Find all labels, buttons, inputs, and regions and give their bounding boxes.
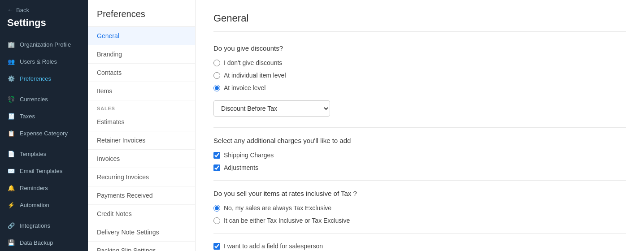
org-profile-icon: 🏢 xyxy=(7,40,15,48)
discount-section: Do you give discounts? I don't give disc… xyxy=(213,44,626,118)
email-templates-icon: ✉️ xyxy=(7,167,15,175)
sidebar-item-expense-category[interactable]: 📋 Expense Category xyxy=(0,125,88,142)
sidebar-item-taxes[interactable]: 🧾 Taxes xyxy=(0,108,88,125)
checkbox-adjustments-label: Adjustments xyxy=(224,164,258,171)
templates-icon: 📄 xyxy=(7,150,15,158)
radio-tax-either-label: It can be either Tax Inclusive or Tax Ex… xyxy=(224,217,350,224)
automation-icon: ⚡ xyxy=(7,201,15,209)
users-roles-icon: 👥 xyxy=(7,57,15,65)
radio-no-discount-label: I don't give discounts xyxy=(224,59,282,66)
checkbox-adjustments-input[interactable] xyxy=(213,164,220,171)
checkbox-salesperson-input[interactable] xyxy=(213,243,220,250)
preferences-panel-title: Preferences xyxy=(88,0,195,27)
taxes-icon: 🧾 xyxy=(7,112,15,120)
expense-category-icon: 📋 xyxy=(7,129,15,137)
preferences-icon: ⚙️ xyxy=(7,74,15,82)
pref-item-invoices[interactable]: Invoices xyxy=(88,150,195,168)
sidebar-item-preferences[interactable]: ⚙️ Preferences xyxy=(0,70,88,87)
radio-individual-item[interactable]: At individual item level xyxy=(213,72,626,79)
additional-charges-question: Select any additional charges you'll lik… xyxy=(213,137,626,144)
pref-item-general[interactable]: General xyxy=(88,27,195,45)
sidebar-item-integrations[interactable]: 🔗 Integrations xyxy=(0,217,88,234)
discount-type-dropdown[interactable]: Discount Before Tax Discount After Tax xyxy=(213,100,330,117)
pref-item-delivery-note-settings[interactable]: Delivery Note Settings xyxy=(88,223,195,242)
sidebar-item-templates[interactable]: 📄 Templates xyxy=(0,145,88,162)
radio-no-discount[interactable]: I don't give discounts xyxy=(213,59,626,66)
additional-charges-section: Select any additional charges you'll lik… xyxy=(213,137,626,171)
sidebar-item-label: Automation xyxy=(20,202,49,208)
sidebar-item-reminders[interactable]: 🔔 Reminders xyxy=(0,179,88,196)
discount-question: Do you give discounts? xyxy=(213,44,626,52)
pref-item-contacts[interactable]: Contacts xyxy=(88,64,195,82)
checkbox-shipping-input[interactable] xyxy=(213,152,220,159)
back-link[interactable]: ← Back xyxy=(0,0,88,17)
pref-item-credit-notes[interactable]: Credit Notes xyxy=(88,205,195,223)
sidebar-item-automation[interactable]: ⚡ Automation xyxy=(0,196,88,213)
pref-item-estimates[interactable]: Estimates xyxy=(88,113,195,131)
sidebar-item-label: Data Backup xyxy=(20,239,53,246)
sidebar-item-users-roles[interactable]: 👥 Users & Roles xyxy=(0,53,88,70)
sales-section-label: SALES xyxy=(88,100,195,113)
checkbox-shipping-label: Shipping Charges xyxy=(224,151,274,159)
back-arrow-icon: ← xyxy=(7,6,13,13)
pref-item-recurring-invoices[interactable]: Recurring Invoices xyxy=(88,168,195,186)
radio-individual-item-input[interactable] xyxy=(213,72,220,79)
pref-item-retainer-invoices[interactable]: Retainer Invoices xyxy=(88,131,195,150)
reminders-icon: 🔔 xyxy=(7,184,15,192)
additional-charges-checkboxes: Shipping Charges Adjustments xyxy=(213,151,626,171)
sidebar-item-label: Integrations xyxy=(20,222,50,229)
sidebar-item-email-templates[interactable]: ✉️ Email Templates xyxy=(0,162,88,179)
sidebar-item-data-backup[interactable]: 💾 Data Backup xyxy=(0,234,88,251)
back-label: Back xyxy=(16,7,29,13)
checkbox-adjustments[interactable]: Adjustments xyxy=(213,164,626,171)
radio-invoice-level-label: At invoice level xyxy=(224,84,265,91)
radio-tax-exclusive-label: No, my sales are always Tax Exclusive xyxy=(224,204,331,212)
left-sidebar: ← Back Settings 🏢 Organization Profile 👥… xyxy=(0,0,88,251)
pref-item-items[interactable]: Items xyxy=(88,82,195,100)
section-divider-3 xyxy=(213,233,626,234)
sidebar-item-label: Taxes xyxy=(20,113,35,120)
pref-item-payments-received[interactable]: Payments Received xyxy=(88,186,195,205)
salesperson-section: I want to add a field for salesperson xyxy=(213,242,626,250)
radio-individual-item-label: At individual item level xyxy=(224,72,286,79)
preferences-panel: Preferences General Branding Contacts It… xyxy=(88,0,196,251)
sidebar-item-label: Users & Roles xyxy=(20,58,57,65)
tax-question: Do you sell your items at rates inclusiv… xyxy=(213,190,626,197)
section-divider-1 xyxy=(213,127,626,128)
salesperson-checkboxes: I want to add a field for salesperson xyxy=(213,242,626,250)
radio-tax-either-input[interactable] xyxy=(213,217,220,224)
sidebar-item-label: Expense Category xyxy=(20,130,68,137)
radio-tax-exclusive[interactable]: No, my sales are always Tax Exclusive xyxy=(213,204,626,212)
radio-tax-exclusive-input[interactable] xyxy=(213,205,220,212)
tax-radio-group: No, my sales are always Tax Exclusive It… xyxy=(213,204,626,224)
pref-item-packing-slip-settings[interactable]: Packing Slip Settings xyxy=(88,242,195,251)
page-title: General xyxy=(213,13,626,32)
settings-title: Settings xyxy=(0,17,88,36)
sidebar-item-currencies[interactable]: 💱 Currencies xyxy=(0,91,88,108)
main-content: General Do you give discounts? I don't g… xyxy=(196,0,644,251)
discount-radio-group: I don't give discounts At individual ite… xyxy=(213,59,626,91)
section-divider-2 xyxy=(213,180,626,181)
data-backup-icon: 💾 xyxy=(7,238,15,247)
sidebar-item-org-profile[interactable]: 🏢 Organization Profile xyxy=(0,36,88,53)
sidebar-item-label: Currencies xyxy=(20,96,48,103)
radio-invoice-level[interactable]: At invoice level xyxy=(213,84,626,91)
radio-tax-either[interactable]: It can be either Tax Inclusive or Tax Ex… xyxy=(213,217,626,224)
radio-invoice-level-input[interactable] xyxy=(213,85,220,91)
checkbox-shipping-charges[interactable]: Shipping Charges xyxy=(213,151,626,159)
checkbox-salesperson[interactable]: I want to add a field for salesperson xyxy=(213,242,626,250)
checkbox-salesperson-label: I want to add a field for salesperson xyxy=(224,242,323,250)
sidebar-item-label: Organization Profile xyxy=(20,41,71,48)
integrations-icon: 🔗 xyxy=(7,221,15,229)
currencies-icon: 💱 xyxy=(7,95,15,103)
sidebar-item-label: Preferences xyxy=(20,75,51,82)
pref-item-branding[interactable]: Branding xyxy=(88,45,195,64)
sidebar-item-label: Templates xyxy=(20,151,46,157)
sidebar-item-label: Reminders xyxy=(20,185,48,191)
tax-section: Do you sell your items at rates inclusiv… xyxy=(213,190,626,224)
radio-no-discount-input[interactable] xyxy=(213,60,220,66)
sidebar-item-label: Email Templates xyxy=(20,168,62,174)
